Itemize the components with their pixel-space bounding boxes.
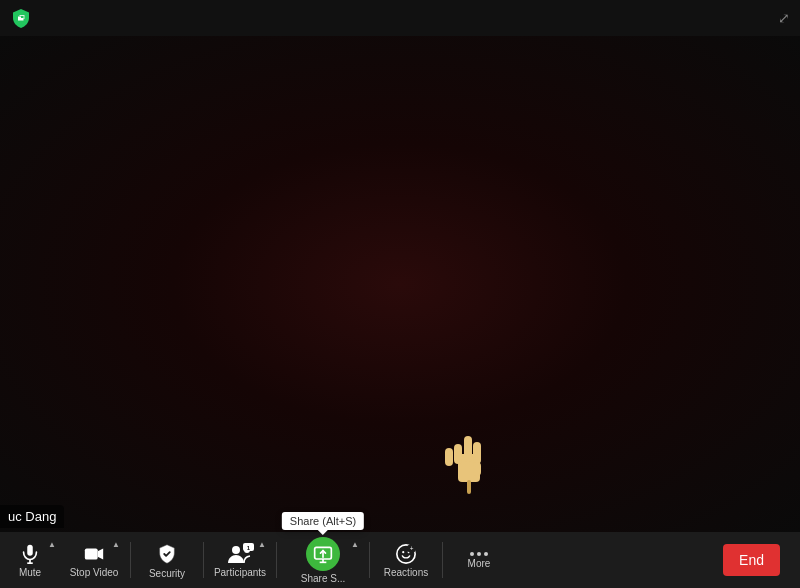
participants-button[interactable]: ▲ 1 Participants [210, 532, 270, 588]
stop-video-button[interactable]: ▲ Stop Video [64, 532, 124, 588]
toolbar: ▲ Mute ▲ Stop Video [0, 532, 800, 588]
stop-video-caret-icon[interactable]: ▲ [112, 540, 120, 549]
security-label: Security [149, 568, 185, 579]
svg-point-12 [232, 546, 240, 554]
svg-text:+: + [410, 545, 414, 552]
expand-icon[interactable]: ⤢ [778, 10, 790, 26]
mute-label: Mute [19, 567, 41, 578]
share-screen-button[interactable]: ▲ Share S... Share (Alt+S) [283, 532, 363, 588]
divider-5 [442, 542, 443, 578]
more-button[interactable]: More [449, 532, 509, 588]
participants-icon: 1 [226, 543, 254, 565]
top-bar: ⤢ [0, 0, 800, 36]
divider-4 [369, 542, 370, 578]
reactions-icon: + [395, 543, 417, 565]
video-area [0, 36, 800, 532]
share-screen-tooltip: Share (Alt+S) [282, 512, 364, 530]
toolbar-left: ▲ Mute ▲ Stop Video [0, 532, 715, 588]
mute-button[interactable]: ▲ Mute [0, 532, 60, 588]
divider-3 [276, 542, 277, 578]
svg-marker-11 [98, 548, 104, 559]
reactions-button[interactable]: + Reactions [376, 532, 436, 588]
svg-point-21 [402, 551, 404, 553]
participants-label: Participants [214, 567, 266, 578]
participant-name: uc Dang [0, 505, 64, 528]
share-screen-label: Share S... [301, 573, 345, 584]
video-icon [82, 543, 106, 565]
zoom-logo-icon [10, 7, 32, 29]
end-button[interactable]: End [723, 544, 780, 576]
shield-icon [156, 542, 178, 566]
mute-caret-icon[interactable]: ▲ [48, 540, 56, 549]
svg-rect-7 [27, 544, 33, 555]
divider-1 [130, 542, 131, 578]
more-label: More [468, 558, 491, 569]
reactions-label: Reactions [384, 567, 428, 578]
more-icon [470, 552, 488, 556]
security-button[interactable]: Security [137, 532, 197, 588]
stop-video-label: Stop Video [70, 567, 119, 578]
microphone-icon [19, 543, 41, 565]
divider-2 [203, 542, 204, 578]
share-screen-icon [306, 537, 340, 571]
toolbar-right: End [715, 544, 800, 576]
share-caret-icon[interactable]: ▲ [351, 540, 359, 549]
svg-rect-10 [85, 548, 98, 559]
participants-caret-icon[interactable]: ▲ [258, 540, 266, 549]
